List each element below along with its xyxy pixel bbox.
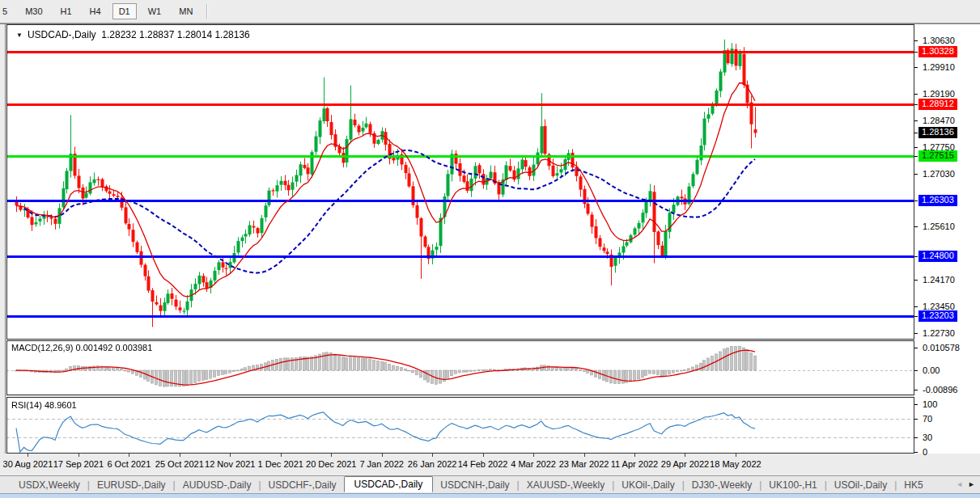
price-tick-tickmark <box>914 40 918 41</box>
tab-xauusd-weekly[interactable]: XAUUSD-,Weekly <box>520 478 612 492</box>
date-tickmark <box>584 454 585 457</box>
rsi-tick-tickmark <box>914 437 918 438</box>
symbol-name: USDCAD-,Daily <box>28 29 96 40</box>
price-level-badge: 1.27515 <box>918 150 957 162</box>
rsi-tick-tickmark <box>914 404 918 405</box>
ohlc-quote: 1.28232 1.28837 1.28014 1.28136 <box>101 29 250 40</box>
price-level-badge: 1.28136 <box>918 127 957 138</box>
chart-title: ▼USDCAD-,Daily 1.28232 1.28837 1.28014 1… <box>16 29 250 40</box>
price-level-badge: 1.24800 <box>918 251 957 262</box>
price-level-tickmark <box>914 316 918 317</box>
tab-uk100-h1[interactable]: UK100-,H1 <box>762 478 824 492</box>
timeframe-button-h4[interactable]: H4 <box>83 3 108 19</box>
timeframe-button-h1[interactable]: H1 <box>54 3 78 19</box>
tab-scroll-arrows: ◄ ► <box>952 476 978 492</box>
tab-usdchf-daily[interactable]: USDCHF-,Daily <box>261 478 344 492</box>
price-level-badge: 1.23203 <box>918 310 957 322</box>
tab-usoil-daily[interactable]: USOil-,Daily <box>827 478 894 492</box>
macd-indicator-label: MACD(12,26,9) 0.001492 0.003981 <box>11 343 152 352</box>
timeframe-button-5[interactable]: 5 <box>0 3 14 19</box>
price-level-tickmark <box>914 200 918 201</box>
price-level-tickmark <box>914 104 918 105</box>
price-level-badge: 1.26303 <box>918 195 957 206</box>
price-level-tickmark <box>914 156 918 157</box>
date-label: 18 May 2022 <box>710 459 762 469</box>
price-tick-tickmark <box>914 67 918 68</box>
date-tickmark <box>432 454 433 457</box>
price-tick: 1.30630 <box>923 36 955 45</box>
toolbar-separator <box>206 4 208 19</box>
tab-eurusd-daily[interactable]: EURUSD-,Daily <box>90 478 173 492</box>
macd-tick-tickmark <box>914 390 918 390</box>
tab-hk5[interactable]: HK5 <box>897 478 930 492</box>
date-label: 14 Feb 2022 <box>458 459 508 469</box>
symbol-dropdown-icon[interactable]: ▼ <box>16 32 23 39</box>
date-tickmark <box>736 454 736 457</box>
date-tickmark <box>634 454 635 457</box>
price-tick-tickmark <box>914 280 918 281</box>
date-tickmark <box>129 454 129 457</box>
timeframe-button-mn[interactable]: MN <box>172 3 199 19</box>
date-label: 26 Jan 2022 <box>408 459 457 469</box>
date-tickmark <box>281 454 282 457</box>
macd-tick-tickmark <box>914 348 918 348</box>
rsi-tick-tickmark <box>914 419 918 420</box>
price-tick-tickmark <box>914 120 918 121</box>
timeframe-button-d1[interactable]: D1 <box>112 3 137 19</box>
price-tick-tickmark <box>914 333 918 334</box>
price-chart-canvas[interactable] <box>6 24 914 454</box>
price-tick-tickmark <box>914 174 918 175</box>
date-tickmark <box>180 454 180 457</box>
date-axis[interactable]: 30 Aug 202117 Sep 20216 Oct 202125 Oct 2… <box>0 454 980 475</box>
price-tick-tickmark <box>914 94 918 95</box>
date-tickmark <box>331 454 332 457</box>
date-label: 17 Sep 2021 <box>53 459 104 469</box>
macd-tick-tickmark <box>914 370 918 371</box>
date-label: 11 Apr 2022 <box>611 459 659 469</box>
price-axis[interactable]: 1.306301.299101.291901.284701.277501.270… <box>914 24 980 454</box>
tab-usdx-weekly[interactable]: USDX,Weekly <box>11 478 87 492</box>
date-label: 25 Oct 2021 <box>155 459 204 469</box>
date-label: 29 Apr 2022 <box>661 459 709 469</box>
rsi-axis-tick: 0 <box>923 447 927 457</box>
price-level-badge: 1.30328 <box>918 46 957 57</box>
rsi-tick-tickmark <box>914 452 918 453</box>
tab-dj30-weekly[interactable]: DJ30-,Weekly <box>685 478 759 492</box>
date-tickmark <box>230 454 231 457</box>
tab-usdcad-daily[interactable]: USDCAD-,Daily <box>344 476 434 492</box>
price-tick: 1.29910 <box>923 62 955 72</box>
date-label: 23 Mar 2022 <box>559 459 609 469</box>
macd-axis-tick: -0.00896 <box>923 385 957 395</box>
macd-axis-tick: 0.010578 <box>923 343 960 352</box>
chart-tabs: USDX,Weekly|EURUSD-,Daily|AUDUSD-,Daily|… <box>0 475 980 493</box>
date-tickmark <box>28 454 28 457</box>
tab-audusd-daily[interactable]: AUDUSD-,Daily <box>176 478 259 492</box>
timeframe-button-w1[interactable]: W1 <box>142 3 168 19</box>
price-tick-tickmark <box>914 226 918 227</box>
price-tick: 1.28470 <box>923 116 955 125</box>
timeframe-button-m30[interactable]: M30 <box>19 3 49 19</box>
rsi-axis-tick: 70 <box>923 414 932 424</box>
date-label: 1 Dec 2021 <box>258 459 303 469</box>
price-tick-tickmark <box>914 306 918 307</box>
price-tick: 1.25610 <box>923 222 955 231</box>
rsi-axis-tick: 100 <box>923 399 937 409</box>
date-tickmark <box>382 454 383 457</box>
macd-axis-tick: 0.00 <box>923 365 940 375</box>
price-level-tickmark <box>914 256 918 257</box>
tab-usdcnh-daily[interactable]: USDCNH-,Daily <box>433 478 516 492</box>
date-label: 6 Oct 2021 <box>107 459 151 469</box>
rsi-indicator-label: RSI(14) 48.9601 <box>11 400 77 410</box>
date-label: 7 Jan 2022 <box>359 459 403 469</box>
date-label: 30 Aug 2021 <box>3 459 53 469</box>
tab-ukoil-daily[interactable]: UKOil-,Daily <box>614 478 681 492</box>
window-frame-left <box>5 23 6 476</box>
tab-scroll-left-icon[interactable]: ◄ <box>956 480 963 488</box>
timeframe-toolbar: 5M30H1H4D1W1MN <box>0 0 980 23</box>
date-tickmark <box>78 454 79 457</box>
price-level-tickmark <box>914 52 918 53</box>
date-tickmark <box>533 454 534 457</box>
date-tickmark <box>483 454 484 457</box>
tab-scroll-right-icon[interactable]: ► <box>968 480 975 488</box>
date-tickmark <box>685 454 685 457</box>
